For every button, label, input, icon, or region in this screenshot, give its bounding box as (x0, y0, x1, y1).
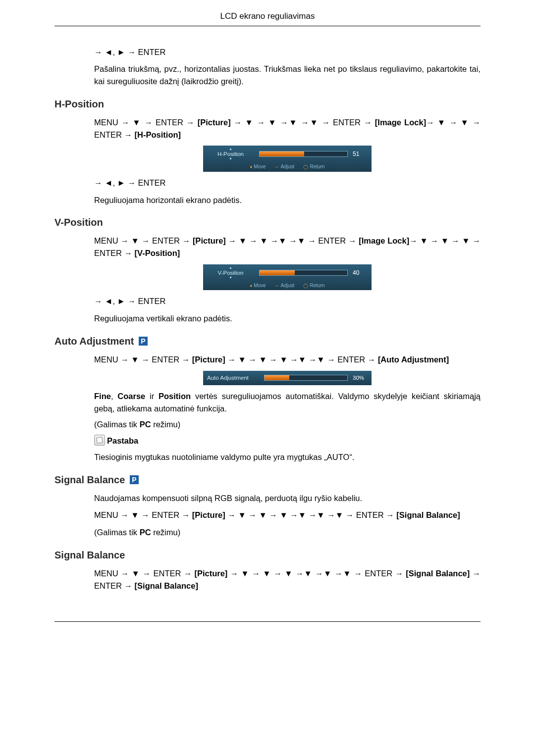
osd-hint-move: ♦Move (250, 163, 266, 171)
osd-panel-vposition: ▲ V-Position ▼ 40 ♦Move ↔Adjust ◯Return (203, 264, 372, 291)
osd-label: H-Position (207, 151, 254, 157)
osd-label: V-Position (207, 269, 254, 276)
section-heading-hposition: H-Position (54, 97, 481, 111)
navigation-sequence: → ◄, ► → ENTER (94, 295, 481, 307)
osd-value: 51 (353, 150, 368, 158)
note-heading: Pastaba (94, 435, 481, 447)
pc-only-note: (Galimas tik PC režimu) (94, 418, 481, 431)
body-text: Tiesioginis mygtukas nuotoliniame valdym… (94, 451, 481, 463)
navigation-sequence: → ◄, ► → ENTER (94, 177, 481, 189)
osd-value: 30% (353, 374, 368, 382)
osd-hint-return: ◯Return (303, 163, 324, 171)
body-text: Fine, Coarse ir Position vertės sureguli… (94, 390, 481, 415)
section-heading-signal-balance: Signal Balance P (54, 472, 481, 487)
section-heading-auto-adjustment: Auto Adjustment P (54, 334, 481, 349)
osd-hint-adjust: ↔Adjust (275, 163, 295, 171)
navigation-sequence: MENU → ▼ → ENTER → [Picture] → ▼ → ▼ → ▼… (94, 567, 481, 592)
pc-mode-badge-icon: P (130, 475, 139, 484)
osd-hint-return: ◯Return (303, 282, 324, 290)
osd-value: 40 (353, 268, 368, 277)
navigation-sequence: → ◄, ► → ENTER (94, 46, 481, 58)
osd-slider (264, 375, 348, 381)
osd-hint-adjust: ↔Adjust (275, 282, 295, 290)
navigation-sequence: MENU → ▼ → ENTER → [Picture] → ▼ → ▼ → ▼… (94, 353, 481, 366)
section-heading-signal-balance-sub: Signal Balance (54, 548, 481, 562)
osd-panel-auto-adjustment: Auto Adjustment 30% (203, 371, 372, 385)
osd-slider (259, 151, 348, 157)
down-arrow-icon: ▼ (207, 276, 254, 279)
body-text: Naudojamas kompensuoti silpną RGB signal… (94, 492, 481, 504)
body-text: Pašalina triukšmą, pvz., horizontalias j… (94, 63, 481, 88)
body-text: Reguliuojama vertikali ekrano padėtis. (94, 312, 481, 325)
osd-slider-fill (260, 151, 304, 156)
body-text: Reguliuojama horizontali ekrano padėtis. (94, 194, 481, 206)
section-heading-vposition: V-Position (54, 215, 481, 230)
navigation-sequence: MENU → ▼ → ENTER → [Picture] → ▼ → ▼ →▼ … (94, 116, 481, 141)
down-arrow-icon: ▼ (207, 157, 254, 160)
note-icon (94, 435, 105, 446)
navigation-sequence: MENU → ▼ → ENTER → [Picture] → ▼ → ▼ →▼ … (94, 235, 481, 259)
osd-slider (259, 270, 348, 276)
osd-label: Auto Adjustment (207, 374, 259, 382)
osd-slider-fill (265, 375, 289, 380)
navigation-sequence: MENU → ▼ → ENTER → [Picture] → ▼ → ▼ → ▼… (94, 509, 481, 521)
osd-slider-fill (260, 270, 295, 275)
footer-divider (54, 621, 481, 622)
osd-hint-move: ♦Move (250, 282, 266, 290)
page-title: LCD ekrano reguliavimas (54, 10, 481, 26)
pc-only-note: (Galimas tik PC režimu) (94, 526, 481, 539)
pc-mode-badge-icon: P (139, 337, 148, 346)
osd-panel-hposition: ▲ H-Position ▼ 51 ♦Move ↔Adjust ◯Return (203, 146, 372, 172)
